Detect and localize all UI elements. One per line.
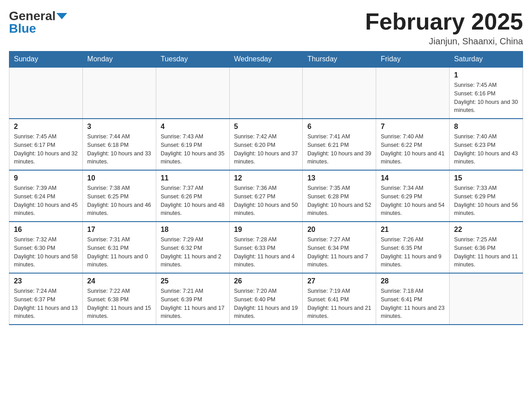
table-row: 26Sunrise: 7:20 AMSunset: 6:40 PMDayligh… [229,273,303,325]
table-row: 24Sunrise: 7:22 AMSunset: 6:38 PMDayligh… [82,273,156,325]
table-row: 18Sunrise: 7:29 AMSunset: 6:32 PMDayligh… [156,222,229,273]
calendar-header-row: Sunday Monday Tuesday Wednesday Thursday… [9,51,523,68]
day-info: Sunrise: 7:28 AMSunset: 6:33 PMDaylight:… [234,235,298,269]
day-info: Sunrise: 7:40 AMSunset: 6:23 PMDaylight:… [454,133,518,166]
day-info: Sunrise: 7:24 AMSunset: 6:37 PMDaylight:… [14,287,78,321]
day-number: 10 [87,174,151,182]
day-info: Sunrise: 7:29 AMSunset: 6:32 PMDaylight:… [161,235,225,269]
day-info: Sunrise: 7:27 AMSunset: 6:34 PMDaylight:… [307,235,371,269]
day-number: 24 [87,277,151,285]
table-row [82,67,156,119]
day-number: 22 [454,226,518,234]
table-row [376,67,450,119]
table-row [303,67,376,119]
table-row: 8Sunrise: 7:40 AMSunset: 6:23 PMDaylight… [450,119,523,170]
day-info: Sunrise: 7:20 AMSunset: 6:40 PMDaylight:… [234,287,298,321]
day-info: Sunrise: 7:21 AMSunset: 6:39 PMDaylight:… [161,287,225,321]
table-row [9,67,83,119]
calendar-week-row: 16Sunrise: 7:32 AMSunset: 6:30 PMDayligh… [9,222,523,273]
day-info: Sunrise: 7:32 AMSunset: 6:30 PMDaylight:… [14,235,78,269]
day-number: 26 [234,277,298,285]
header-tuesday: Tuesday [156,51,229,68]
calendar-week-row: 1Sunrise: 7:45 AMSunset: 6:16 PMDaylight… [9,67,523,119]
day-info: Sunrise: 7:38 AMSunset: 6:25 PMDaylight:… [87,184,151,218]
day-number: 25 [161,277,225,285]
table-row: 14Sunrise: 7:34 AMSunset: 6:29 PMDayligh… [376,170,450,222]
logo: General Blue [9,9,67,36]
day-info: Sunrise: 7:42 AMSunset: 6:20 PMDaylight:… [234,133,298,166]
table-row [450,273,523,325]
table-row: 2Sunrise: 7:45 AMSunset: 6:17 PMDaylight… [9,119,83,170]
day-number: 2 [14,123,78,131]
header-friday: Friday [376,51,450,68]
table-row: 27Sunrise: 7:19 AMSunset: 6:41 PMDayligh… [303,273,376,325]
day-info: Sunrise: 7:22 AMSunset: 6:38 PMDaylight:… [87,287,151,321]
day-info: Sunrise: 7:39 AMSunset: 6:24 PMDaylight:… [14,184,78,218]
calendar-table: Sunday Monday Tuesday Wednesday Thursday… [9,51,523,325]
month-title: February 2025 [365,9,523,34]
day-info: Sunrise: 7:44 AMSunset: 6:18 PMDaylight:… [87,133,151,166]
day-number: 11 [161,174,225,182]
day-info: Sunrise: 7:40 AMSunset: 6:22 PMDaylight:… [381,133,445,166]
table-row: 16Sunrise: 7:32 AMSunset: 6:30 PMDayligh… [9,222,83,273]
calendar-week-row: 2Sunrise: 7:45 AMSunset: 6:17 PMDaylight… [9,119,523,170]
day-number: 13 [307,174,371,182]
day-number: 19 [234,226,298,234]
table-row: 12Sunrise: 7:36 AMSunset: 6:27 PMDayligh… [229,170,303,222]
table-row: 10Sunrise: 7:38 AMSunset: 6:25 PMDayligh… [82,170,156,222]
table-row: 7Sunrise: 7:40 AMSunset: 6:22 PMDaylight… [376,119,450,170]
day-number: 8 [454,123,518,131]
day-number: 20 [307,226,371,234]
day-info: Sunrise: 7:19 AMSunset: 6:41 PMDaylight:… [307,287,371,321]
table-row: 22Sunrise: 7:25 AMSunset: 6:36 PMDayligh… [450,222,523,273]
table-row: 21Sunrise: 7:26 AMSunset: 6:35 PMDayligh… [376,222,450,273]
table-row: 23Sunrise: 7:24 AMSunset: 6:37 PMDayligh… [9,273,83,325]
table-row: 3Sunrise: 7:44 AMSunset: 6:18 PMDaylight… [82,119,156,170]
header-thursday: Thursday [303,51,376,68]
day-number: 18 [161,226,225,234]
day-number: 28 [381,277,445,285]
day-number: 21 [381,226,445,234]
day-number: 17 [87,226,151,234]
table-row: 25Sunrise: 7:21 AMSunset: 6:39 PMDayligh… [156,273,229,325]
day-number: 16 [14,226,78,234]
table-row: 28Sunrise: 7:18 AMSunset: 6:41 PMDayligh… [376,273,450,325]
header-monday: Monday [82,51,156,68]
day-number: 14 [381,174,445,182]
header-sunday: Sunday [9,51,83,68]
day-info: Sunrise: 7:45 AMSunset: 6:16 PMDaylight:… [454,81,518,115]
table-row: 19Sunrise: 7:28 AMSunset: 6:33 PMDayligh… [229,222,303,273]
title-section: February 2025 Jianjun, Shaanxi, China [365,9,523,47]
location: Jianjun, Shaanxi, China [365,36,523,47]
table-row: 17Sunrise: 7:31 AMSunset: 6:31 PMDayligh… [82,222,156,273]
calendar-week-row: 23Sunrise: 7:24 AMSunset: 6:37 PMDayligh… [9,273,523,325]
day-info: Sunrise: 7:26 AMSunset: 6:35 PMDaylight:… [381,235,445,269]
day-info: Sunrise: 7:35 AMSunset: 6:28 PMDaylight:… [307,184,371,218]
day-number: 3 [87,123,151,131]
table-row: 13Sunrise: 7:35 AMSunset: 6:28 PMDayligh… [303,170,376,222]
day-number: 6 [307,123,371,131]
day-info: Sunrise: 7:43 AMSunset: 6:19 PMDaylight:… [161,133,225,166]
table-row: 15Sunrise: 7:33 AMSunset: 6:29 PMDayligh… [450,170,523,222]
day-info: Sunrise: 7:45 AMSunset: 6:17 PMDaylight:… [14,133,78,166]
page-header: General Blue February 2025 Jianjun, Shaa… [9,9,523,47]
day-number: 4 [161,123,225,131]
day-number: 27 [307,277,371,285]
day-info: Sunrise: 7:36 AMSunset: 6:27 PMDaylight:… [234,184,298,218]
table-row [156,67,229,119]
day-number: 12 [234,174,298,182]
day-info: Sunrise: 7:18 AMSunset: 6:41 PMDaylight:… [381,287,445,321]
table-row: 4Sunrise: 7:43 AMSunset: 6:19 PMDaylight… [156,119,229,170]
table-row: 5Sunrise: 7:42 AMSunset: 6:20 PMDaylight… [229,119,303,170]
header-wednesday: Wednesday [229,51,303,68]
day-info: Sunrise: 7:31 AMSunset: 6:31 PMDaylight:… [87,235,151,269]
day-info: Sunrise: 7:25 AMSunset: 6:36 PMDaylight:… [454,235,518,269]
table-row [229,67,303,119]
day-info: Sunrise: 7:33 AMSunset: 6:29 PMDaylight:… [454,184,518,218]
logo-text-blue: Blue [9,21,36,36]
day-number: 23 [14,277,78,285]
day-number: 5 [234,123,298,131]
table-row: 6Sunrise: 7:41 AMSunset: 6:21 PMDaylight… [303,119,376,170]
logo-arrow-icon [56,13,67,19]
table-row: 1Sunrise: 7:45 AMSunset: 6:16 PMDaylight… [450,67,523,119]
